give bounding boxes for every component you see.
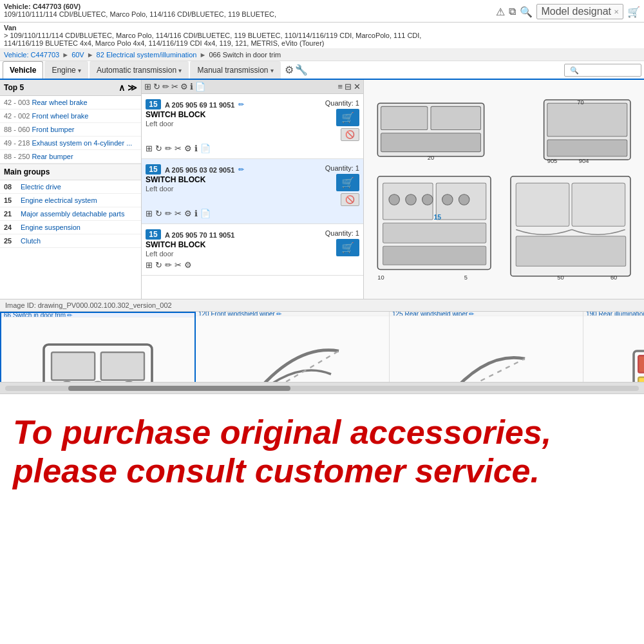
warning-icon[interactable]: ⚠ xyxy=(496,6,505,18)
strip-edit-icon-120[interactable]: ✏ xyxy=(276,312,281,316)
strip-edit-icon-125[interactable]: ✏ xyxy=(469,312,474,316)
action-edit-2[interactable]: ✏ xyxy=(165,209,172,218)
cart-btn-1[interactable]: 🛒 xyxy=(336,109,359,126)
sidebar-item-002[interactable]: 42 - 002 Front wheel brake xyxy=(0,109,141,123)
part-card-3[interactable]: 15 A 205 905 70 11 9051 SWITCH BLOCK Lef… xyxy=(142,224,363,276)
sidebar-main-08[interactable]: 08 Electric drive xyxy=(0,180,141,194)
action-scissors-2[interactable]: ✂ xyxy=(175,209,182,218)
vehicle-models: 109/110/111/114 CDI/BLUETEC, Marco Polo,… xyxy=(4,10,491,18)
sidebar-item-250[interactable]: 88 - 250 Rear bumper xyxy=(0,150,141,164)
action-scissors-1[interactable]: ✂ xyxy=(175,144,182,153)
breadcrumb-sep1: ► xyxy=(62,51,69,59)
refresh-icon[interactable]: ↻ xyxy=(153,82,160,91)
strip-item-125[interactable]: 125 Rear windshield wiper ✏ xyxy=(390,312,583,382)
top5-title: Top 5 xyxy=(4,83,24,92)
action-grid-3[interactable]: ⊞ xyxy=(146,260,153,270)
van-info-row: Van > 109/110/111/114 CDI/BLUETEC, Marco… xyxy=(0,23,644,49)
tab-manual-transmission[interactable]: Manual transmission ▾ xyxy=(190,61,280,79)
tab-automatic-transmission[interactable]: Automatic transmission ▾ xyxy=(90,61,189,79)
part-card-2[interactable]: 15 A 205 905 03 02 9051 ✏ SWITCH BLOCK L… xyxy=(142,159,363,224)
action-refresh-3[interactable]: ↻ xyxy=(155,260,162,270)
tab-engine[interactable]: Engine ▾ xyxy=(44,61,88,79)
sidebar-main-24[interactable]: 24 Engine suspension xyxy=(0,221,141,234)
svg-point-17 xyxy=(406,194,417,205)
action-refresh-2[interactable]: ↻ xyxy=(155,209,162,218)
info-icon[interactable]: ℹ xyxy=(190,82,193,91)
van-line2: 114/116/119 BLUETEC 4x4, Marco Polo 4x4,… xyxy=(4,39,640,47)
model-search-input[interactable]: Model designat ✕ xyxy=(536,4,623,19)
strip-label-125: 125 Rear windshield wiper ✏ xyxy=(390,312,583,316)
strip-item-120[interactable]: 120 Front windshield wiper ✏ xyxy=(196,312,390,382)
part-edit-icon-1[interactable]: ✏ xyxy=(238,100,244,109)
breadcrumb-vehicle[interactable]: Vehicle: C447703 xyxy=(4,51,59,59)
action-doc-2[interactable]: 📄 xyxy=(200,209,211,218)
del-btn-1[interactable]: 🚫 xyxy=(341,128,359,141)
svg-rect-2 xyxy=(431,106,480,129)
nav-search-input[interactable] xyxy=(564,64,641,77)
part-id-1: A 205 905 69 11 9051 xyxy=(165,101,234,109)
action-refresh-1[interactable]: ↻ xyxy=(155,144,162,153)
action-doc-1[interactable]: 📄 xyxy=(200,144,211,153)
svg-text:20: 20 xyxy=(428,155,434,161)
breadcrumb: Vehicle: C447703 ► 60V ► 82 Electrical s… xyxy=(0,49,644,61)
scrollbar-area[interactable] xyxy=(0,383,644,394)
sidebar-item-060[interactable]: 88 - 060 Front bumper xyxy=(0,123,141,137)
scissors-icon[interactable]: ✂ xyxy=(171,82,178,91)
close-panel-icon[interactable]: ✕ xyxy=(354,82,361,91)
edit-icon[interactable]: ✏ xyxy=(162,82,169,91)
list-view-icon[interactable]: ≡ xyxy=(337,82,343,91)
action-edit-3[interactable]: ✏ xyxy=(165,260,172,270)
action-info-2[interactable]: ℹ xyxy=(194,209,198,218)
strip-item-66[interactable]: 66 Switch in door trim ✏ xyxy=(0,312,196,382)
thumb-svg-66 xyxy=(21,329,175,383)
svg-text:904: 904 xyxy=(579,158,589,164)
strip-thumb-190 xyxy=(583,316,644,383)
strip-item-190[interactable]: 190 Rear illumination ✏ xyxy=(583,312,644,382)
top5-expand-icon[interactable]: ≫ xyxy=(128,82,137,93)
model-clear-icon[interactable]: ✕ xyxy=(614,8,619,15)
action-grid-2[interactable]: ⊞ xyxy=(146,209,153,218)
qty-label-3: Quantity: 1 xyxy=(325,229,359,237)
detail-view-icon[interactable]: ⊟ xyxy=(345,82,352,91)
action-grid-1[interactable]: ⊞ xyxy=(146,144,153,153)
view-icons: ≡ ⊟ ✕ xyxy=(337,82,361,91)
strip-edit-icon-66[interactable]: ✏ xyxy=(67,313,72,317)
doc-icon[interactable]: 📄 xyxy=(195,82,205,91)
part-edit-icon-2[interactable]: ✏ xyxy=(238,166,244,174)
part-left-2: 15 A 205 905 03 02 9051 ✏ SWITCH BLOCK L… xyxy=(146,164,244,193)
cart-btn-3[interactable]: 🛒 xyxy=(336,239,359,256)
part-card-1[interactable]: 15 A 205 905 69 11 9051 ✏ SWITCH BLOCK L… xyxy=(142,94,363,159)
grid-icon[interactable]: ⊞ xyxy=(144,82,151,91)
search-icon[interactable]: 🔍 xyxy=(520,6,533,18)
cart-btn-2[interactable]: 🛒 xyxy=(336,174,359,191)
part-pos-1: 15 xyxy=(146,99,161,109)
svg-text:10: 10 xyxy=(377,274,384,280)
top5-collapse-icon[interactable]: ∧ xyxy=(118,82,125,93)
part-row1-2: 15 A 205 905 03 02 9051 ✏ SWITCH BLOCK L… xyxy=(146,164,359,206)
sidebar-item-003[interactable]: 42 - 003 Rear wheel brake xyxy=(0,96,141,109)
sidebar-main-25[interactable]: 25 Clutch xyxy=(0,234,141,248)
sidebar-item-218[interactable]: 49 - 218 Exhaust system on 4-cylinder ..… xyxy=(0,137,141,150)
action-settings-1[interactable]: ⚙ xyxy=(184,144,192,153)
scrollbar-thumb[interactable] xyxy=(68,386,290,391)
svg-text:50: 50 xyxy=(557,274,564,280)
sidebar-main-15[interactable]: 15 Engine electrical system xyxy=(0,194,141,207)
copy-icon[interactable]: ⧉ xyxy=(509,6,516,17)
settings2-icon[interactable]: ⚙ xyxy=(180,82,188,91)
action-info-1[interactable]: ℹ xyxy=(194,144,198,153)
action-edit-1[interactable]: ✏ xyxy=(165,144,172,153)
breadcrumb-electrical[interactable]: 82 Electrical system/illumination xyxy=(97,51,197,59)
cart-icon[interactable]: 🛒 xyxy=(627,6,640,18)
breadcrumb-60v[interactable]: 60V xyxy=(71,51,84,59)
nav-settings-icon[interactable]: ⚙ xyxy=(285,64,294,76)
qty-label-1: Quantity: 1 xyxy=(325,99,359,107)
nav-tool-icon[interactable]: 🔧 xyxy=(295,64,308,76)
scrollbar-track[interactable] xyxy=(5,386,639,391)
del-btn-2[interactable]: 🚫 xyxy=(341,193,359,206)
action-settings-2[interactable]: ⚙ xyxy=(184,209,192,218)
svg-rect-32 xyxy=(101,352,144,380)
action-scissors-3[interactable]: ✂ xyxy=(175,260,182,270)
tab-vehicle[interactable]: Vehicle xyxy=(3,61,43,79)
action-settings-3[interactable]: ⚙ xyxy=(184,260,192,270)
sidebar-main-21[interactable]: 21 Major assembly detachable parts xyxy=(0,207,141,221)
